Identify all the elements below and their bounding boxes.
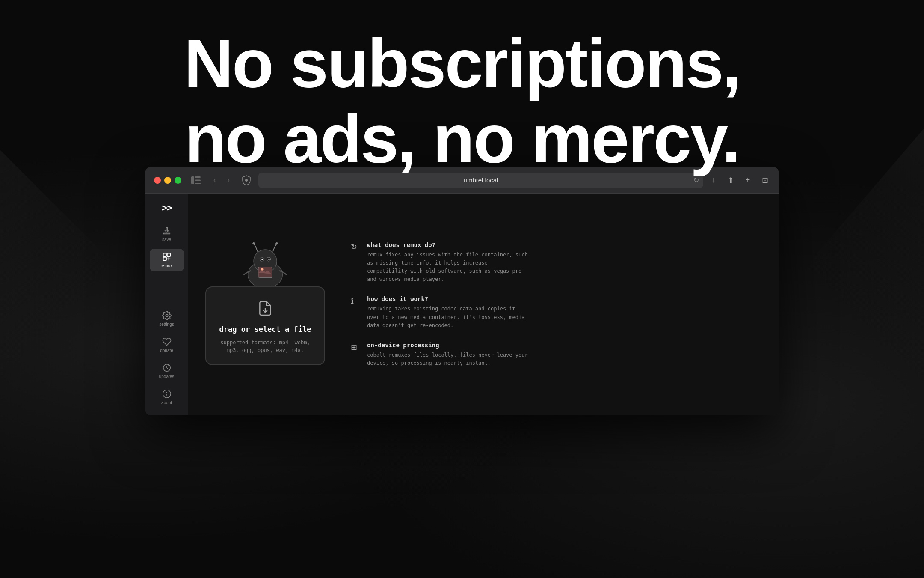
new-tab-button[interactable]: + xyxy=(743,175,753,185)
sidebar-item-save[interactable]: save xyxy=(150,223,184,245)
sidebar-item-settings[interactable]: settings xyxy=(150,307,184,330)
hero-section: No subscriptions, no ads, no mercy. xyxy=(0,26,924,176)
about-icon xyxy=(162,389,172,399)
hero-title: No subscriptions, no ads, no mercy. xyxy=(0,26,924,176)
traffic-light-close[interactable] xyxy=(154,177,161,184)
tabs-overview-button[interactable]: ⊡ xyxy=(760,175,770,185)
traffic-lights xyxy=(154,177,181,184)
info-text-ondevice: on-device processing cobalt remuxes file… xyxy=(367,342,530,367)
info-desc-what: remux fixes any issues with the file con… xyxy=(367,251,530,284)
traffic-light-minimize[interactable] xyxy=(164,177,171,184)
remux-icon xyxy=(162,252,172,262)
mascot-area: ? xyxy=(222,239,308,291)
what-icon: ↻ xyxy=(351,242,360,252)
info-heading-what: what does remux do? xyxy=(367,241,530,248)
drop-zone-subtitle: supported formats: mp4, webm, mp3, ogg, … xyxy=(215,339,316,354)
info-text-how: how does it work? remuxing takes existin… xyxy=(367,295,530,330)
sidebar-item-remux[interactable]: remux xyxy=(150,249,184,271)
main-content: ? xyxy=(188,194,779,415)
info-desc-ondevice: cobalt remuxes files locally. files neve… xyxy=(367,351,530,367)
drop-zone-title: drag or select a file xyxy=(219,325,311,334)
app-sidebar: >> save remux xyxy=(145,194,188,415)
info-desc-how: remuxing takes existing codec data and c… xyxy=(367,305,530,330)
sidebar-item-about-label: about xyxy=(161,400,172,405)
info-heading-ondevice: on-device processing xyxy=(367,342,530,349)
info-item-ondevice: ⊞ on-device processing cobalt remuxes fi… xyxy=(351,342,761,367)
how-icon: ℹ xyxy=(351,296,360,306)
browser-content: >> save remux xyxy=(145,194,779,415)
ondevice-icon: ⊞ xyxy=(351,343,360,352)
sidebar-item-settings-label: settings xyxy=(159,322,174,327)
hero-line1: No subscriptions, xyxy=(0,26,924,101)
svg-point-20 xyxy=(252,242,255,244)
app-logo[interactable]: >> xyxy=(156,200,178,216)
info-text-what: what does remux do? remux fixes any issu… xyxy=(367,241,530,284)
save-icon xyxy=(162,226,172,235)
sidebar-item-about[interactable]: about xyxy=(150,386,184,408)
donate-icon xyxy=(162,337,172,346)
svg-rect-2 xyxy=(195,179,201,181)
svg-rect-5 xyxy=(163,253,166,256)
bg-decoration-left xyxy=(0,150,128,407)
sidebar-item-remux-label: remux xyxy=(161,263,173,268)
mascot-illustration: ? xyxy=(227,239,304,291)
sidebar-item-donate[interactable]: donate xyxy=(150,334,184,356)
drop-zone-wrapper: ? xyxy=(205,239,325,369)
reload-button[interactable]: ↻ xyxy=(693,176,699,184)
sidebar-item-save-label: save xyxy=(162,237,171,242)
settings-icon xyxy=(162,311,172,320)
info-item-how: ℹ how does it work? remuxing takes exist… xyxy=(351,295,761,330)
svg-point-23 xyxy=(261,268,263,270)
svg-point-17 xyxy=(261,259,263,260)
info-item-what: ↻ what does remux do? remux fixes any is… xyxy=(351,241,761,284)
traffic-light-fullscreen[interactable] xyxy=(175,177,181,184)
svg-rect-6 xyxy=(167,253,170,256)
info-panel: ↻ what does remux do? remux fixes any is… xyxy=(351,241,761,368)
sidebar-item-updates-label: updates xyxy=(159,374,175,379)
info-heading-how: how does it work? xyxy=(367,295,530,302)
url-display: umbrel.local xyxy=(464,176,498,184)
svg-rect-3 xyxy=(195,183,201,184)
svg-point-18 xyxy=(268,259,270,260)
file-drop-zone[interactable]: drag or select a file supported formats:… xyxy=(205,286,325,365)
svg-point-21 xyxy=(275,242,278,244)
sidebar-item-updates[interactable]: updates xyxy=(150,360,184,382)
logo-icon: >> xyxy=(162,203,172,214)
svg-point-8 xyxy=(166,314,168,317)
svg-rect-0 xyxy=(191,176,194,184)
sidebar-item-donate-label: donate xyxy=(160,348,173,353)
svg-rect-7 xyxy=(163,257,166,260)
hero-line2: no ads, no mercy. xyxy=(0,101,924,176)
svg-point-4 xyxy=(245,179,248,182)
browser-window: ‹ › umbrel.local ↻ ↓ ⬆ + ⊡ >> xyxy=(145,167,779,415)
updates-icon xyxy=(162,363,172,372)
drop-file-icon xyxy=(257,300,273,320)
